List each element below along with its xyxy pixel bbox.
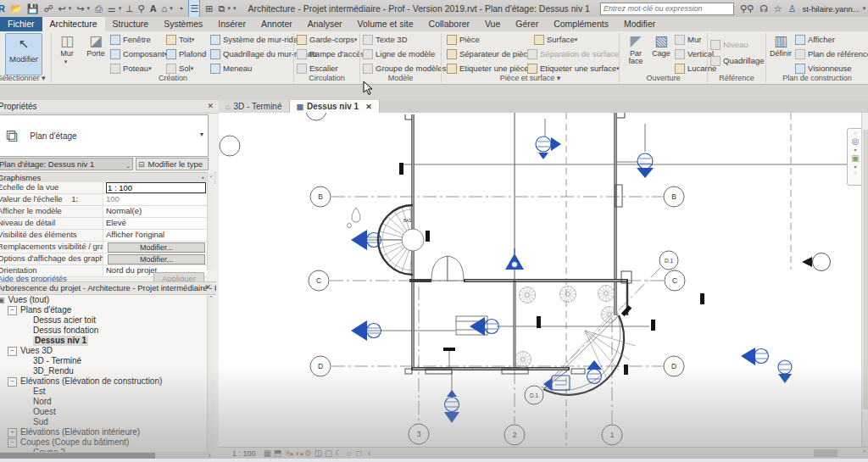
navbar-dropdown-icon[interactable]: ▾ xyxy=(854,147,856,153)
tree-item-dessus-niv-1[interactable]: Dessus niv 1 xyxy=(0,336,207,346)
panel-label-workplane[interactable]: Plan de construction xyxy=(766,73,868,84)
tree-scrollbar[interactable]: ⌃ xyxy=(207,295,214,452)
search-input[interactable] xyxy=(600,3,734,15)
shaft-button[interactable]: ▧ Cage xyxy=(649,33,673,72)
undo-dropdown-icon[interactable]: ▾ xyxy=(69,5,72,12)
tree-expander-icon[interactable]: + xyxy=(8,428,17,437)
view-scale-input[interactable] xyxy=(106,182,206,193)
door-button[interactable]: ◪ Porte xyxy=(81,33,110,72)
property-value[interactable]: Modifier... xyxy=(103,253,207,264)
aligned-dimension-icon[interactable]: ⟂ xyxy=(126,0,132,17)
tree-item-coupes-coupe-du-b-timent-[interactable]: −Coupes (Coupe du bâtiment) xyxy=(0,437,207,448)
ribbon-tab-syst-mes[interactable]: Systèmes xyxy=(156,17,210,31)
component-button[interactable]: Composant▾ xyxy=(110,47,167,60)
tree-item-sud[interactable]: Sud xyxy=(0,417,207,427)
panel-label-room-area[interactable]: Pièce et surface ▾ xyxy=(442,73,619,84)
grid-bubble[interactable]: 3 xyxy=(409,424,429,444)
properties-header[interactable]: Propriétés ✕ xyxy=(0,100,219,114)
zoom-dropdown-icon[interactable]: ▾ xyxy=(854,164,856,170)
sync-icon[interactable]: ☍ xyxy=(43,0,53,17)
room-button[interactable]: Pièce xyxy=(447,33,480,46)
constraints-icon[interactable]: □ xyxy=(354,448,364,459)
railing-button[interactable]: Garde-corps▾ xyxy=(297,33,357,46)
tree-expander-icon[interactable]: − xyxy=(8,306,17,315)
scale-control[interactable]: 1 : 100 xyxy=(232,449,256,458)
property-value[interactable]: Normal(e) xyxy=(103,206,207,217)
show-workplane-button[interactable]: Afficher xyxy=(795,33,835,46)
switch-windows-dropdown-icon[interactable]: ▾ xyxy=(227,5,231,12)
ribbon-tab-ins-rer[interactable]: Insérer xyxy=(210,17,253,31)
thin-lines-icon[interactable]: ☰ xyxy=(188,0,200,18)
vscroll-thumb[interactable] xyxy=(863,130,868,409)
curtain-system-button[interactable]: Système de mur-rideau xyxy=(210,33,307,46)
print-icon[interactable]: ⎙ xyxy=(95,0,103,17)
user-name[interactable]: st-hilaire.yann... xyxy=(803,4,860,14)
steering-wheel-icon[interactable]: ◎ xyxy=(852,136,860,146)
wall-opening-button[interactable]: Mur xyxy=(675,33,701,46)
3d-view-dropdown-icon[interactable]: ▾ xyxy=(170,5,173,12)
tree-expander-icon[interactable]: − xyxy=(8,377,17,387)
property-value[interactable]: Modifier... xyxy=(103,242,207,253)
canvas-vertical-scrollbar[interactable] xyxy=(861,113,868,447)
tree-expander-icon[interactable]: − xyxy=(8,438,17,448)
ribbon-tab-vue[interactable]: Vue xyxy=(477,17,508,31)
properties-close-icon[interactable]: ✕ xyxy=(207,100,214,113)
temporary-hide-icon[interactable]: ☾ xyxy=(334,448,344,459)
ribbon-tab-fichier[interactable]: Fichier xyxy=(0,17,42,31)
switch-windows-icon[interactable]: ⧉ xyxy=(219,0,225,17)
redo-dropdown-icon[interactable]: ▾ xyxy=(87,5,91,12)
panel-label-opening[interactable]: Ouverture xyxy=(620,73,707,84)
default-3d-view-icon[interactable]: ⌂ xyxy=(162,0,168,17)
revit-logo-icon[interactable]: R xyxy=(0,0,5,17)
customize-qat-icon[interactable]: ▾ xyxy=(233,5,236,12)
shadows-icon[interactable]: ◐✕ xyxy=(293,448,303,459)
panel-label-datum[interactable]: Référence xyxy=(708,73,765,84)
view-tab-plan[interactable]: ▦ Dessus niv 1 ✕ xyxy=(290,100,380,113)
ribbon-tab-architecture[interactable]: Architecture xyxy=(42,17,105,31)
tree-expander-icon[interactable]: − xyxy=(8,347,17,356)
navbar-pin-icon[interactable]: ○ xyxy=(854,131,857,136)
crop-region-icon[interactable]: ▢ xyxy=(324,448,334,459)
visual-style-icon[interactable]: ⬒ xyxy=(273,448,283,459)
ceiling-button[interactable]: Plafond xyxy=(166,47,206,60)
grid-bubble[interactable]: D.1 xyxy=(659,251,678,270)
tree-item-3d-termin-[interactable]: 3D - Terminé xyxy=(0,356,207,366)
reference-plane-button[interactable]: Plan de référence xyxy=(795,47,868,60)
grid-button[interactable]: Quadrillage xyxy=(710,54,765,67)
properties-scrollbar[interactable]: ⌄ xyxy=(207,172,214,270)
favorites-star-icon[interactable]: ☆ xyxy=(774,0,782,17)
roof-button[interactable]: Toit▾ xyxy=(166,33,194,46)
tree-item-nord[interactable]: Nord xyxy=(0,397,207,407)
modify-button[interactable]: ↖ Modifier xyxy=(5,33,42,75)
property-value[interactable]: Afficher l'original xyxy=(103,230,207,241)
sun-path-icon[interactable]: ☀✕ xyxy=(283,448,293,459)
navbar-bottom-icon[interactable]: ○ xyxy=(854,170,857,175)
measure-dropdown-icon[interactable]: ▾ xyxy=(119,5,122,12)
grid-bubble[interactable]: C xyxy=(309,270,329,291)
panel-label-select[interactable]: Sélectionner ▾ xyxy=(0,73,48,84)
tree-item-3d-rendu[interactable]: 3D_Rendu xyxy=(0,366,207,376)
property-value[interactable]: Elevé xyxy=(103,218,207,229)
grid-bubble[interactable] xyxy=(220,136,240,156)
crop-view-icon[interactable]: ◫ xyxy=(314,448,324,459)
instance-dropdown-icon[interactable]: ⌄ xyxy=(125,160,131,170)
reveal-hidden-icon[interactable]: ☼ xyxy=(344,448,354,459)
ramp-button[interactable]: Rampe d'accès xyxy=(297,47,364,60)
set-workplane-button[interactable]: ▥ Définir xyxy=(768,33,793,72)
tree-item-dessus-acier-toit[interactable]: Dessus acier toit xyxy=(0,315,207,326)
ribbon-tab-analyser[interactable]: Analyser xyxy=(300,17,350,31)
collapse-icon[interactable]: ‹ xyxy=(364,448,375,459)
ribbon-tab-g-rer[interactable]: Gérer xyxy=(508,17,546,31)
subscription-icon[interactable]: ☊ xyxy=(760,0,768,17)
tree-item-ouest[interactable]: Ouest xyxy=(0,407,207,417)
ribbon-tab-collaborer[interactable]: Collaborer xyxy=(421,17,477,31)
vertical-opening-button[interactable]: Vertical xyxy=(675,47,714,60)
project-browser-close-icon[interactable]: ✕ xyxy=(204,282,211,293)
close-view-tab-icon[interactable]: ✕ xyxy=(365,103,372,111)
detail-level-icon[interactable]: ▦ xyxy=(263,448,273,459)
undo-icon[interactable]: ↩ xyxy=(58,0,66,17)
tree-item-plans-d-tage[interactable]: −Plans d'étage xyxy=(0,305,207,315)
ribbon-tab-compl-ments[interactable]: Compléments xyxy=(546,17,616,31)
ribbon-tab-annoter[interactable]: Annoter xyxy=(253,17,300,31)
window-button[interactable]: Fenêtre xyxy=(110,33,151,46)
